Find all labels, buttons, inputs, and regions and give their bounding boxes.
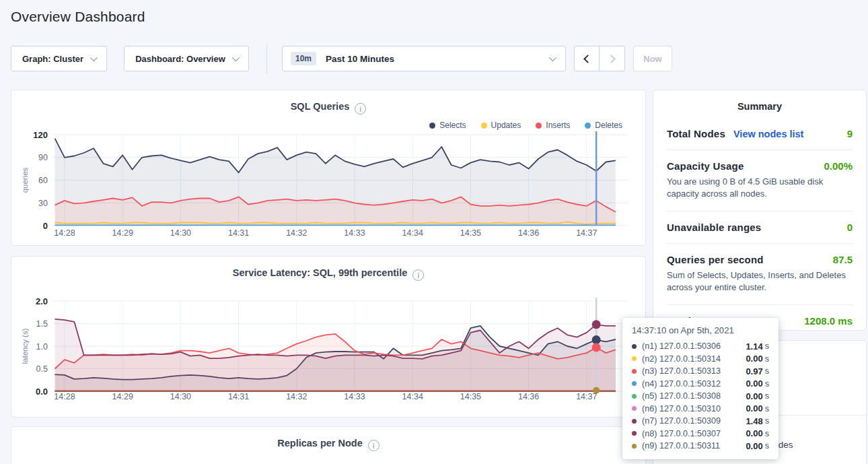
charts-column: SQL Queriesi SelectsUpdatesInsertsDelete… [11,90,646,464]
svg-text:1.5: 1.5 [36,319,48,329]
svg-text:0.0: 0.0 [36,387,48,397]
tooltip-row: (n2) 127.0.0.1:503140.00s [632,353,769,366]
chart-title: Replicas per Nodei [11,438,645,451]
tooltip-node-unit: s [765,404,769,413]
series-dot-icon [632,356,637,361]
svg-text:14:28: 14:28 [54,228,75,238]
tooltip-node-label: (n9) 127.0.0.1:50311 [642,441,746,451]
tooltip-node-unit: s [765,391,769,401]
svg-text:14:31: 14:31 [228,392,249,401]
time-range-selector[interactable]: 10m Past 10 Minutes [282,46,566,71]
chevron-down-icon [232,54,240,61]
chevron-left-icon [583,55,592,63]
series-dot-icon [632,419,637,424]
divider [667,304,853,305]
unavailable-ranges-value: 0 [847,222,853,233]
view-nodes-link[interactable]: View nodes list [733,129,804,139]
tooltip-node-value: 0.00 [746,354,762,364]
queries-per-second-value: 87.5 [833,254,853,265]
svg-text:latency (s): latency (s) [21,328,29,364]
divider [667,150,853,150]
svg-text:1.0: 1.0 [36,342,48,352]
tooltip-row: (n3) 127.0.0.1:503130.97s [632,365,769,378]
queries-per-second-description: Sum of Selects, Updates, Inserts, and De… [667,269,853,294]
svg-text:14:30: 14:30 [170,228,191,238]
tooltip-timestamp: 14:37:10 on Apr 5th, 2021 [632,325,769,335]
tooltip-node-label: (n6) 127.0.0.1:50310 [642,404,746,413]
time-range-label: Past 10 Minutes [326,54,394,64]
svg-text:14:33: 14:33 [344,392,365,401]
tooltip-row: (n6) 127.0.0.1:503100.00s [632,403,769,416]
tooltip-node-unit: s [765,416,769,426]
capacity-usage-value: 0.00% [824,160,853,172]
time-prev-button[interactable] [574,46,600,71]
tooltip-row: (n8) 127.0.0.1:503070.00s [632,428,769,440]
service-latency-chart[interactable]: 0.00.51.01.52.014:2814:2914:3014:3114:32… [11,257,646,418]
svg-text:120: 120 [33,130,48,140]
time-range-badge: 10m [291,52,316,65]
unavailable-ranges-row: Unavailable ranges 0 [667,222,853,233]
graph-dropdown-label: Graph: Cluster [22,54,83,64]
tooltip-node-value: 0.97 [746,366,762,376]
svg-text:14:34: 14:34 [402,392,423,401]
svg-text:14:36: 14:36 [518,228,539,238]
chevron-right-icon [607,55,616,63]
svg-text:2.0: 2.0 [36,296,48,306]
svg-text:14:28: 14:28 [54,392,75,401]
info-icon[interactable]: i [368,440,379,451]
summary-title: Summary [667,101,853,112]
tooltip-node-value: 1.14 [746,341,762,352]
tooltip-row: (n9) 127.0.0.1:503110.00s [632,440,769,453]
series-dot-icon [632,444,637,449]
tooltip-node-value: 0.00 [746,428,762,438]
tooltip-node-unit: s [765,366,769,376]
time-nav-group [574,46,625,71]
p99-latency-value: 1208.0 ms [804,315,853,327]
capacity-usage-description: You are using 0 B of 4.5 GiB usable disk… [667,176,853,201]
tooltip-node-unit: s [765,354,769,364]
tooltip-row: (n5) 127.0.0.1:503080.00s [632,390,769,403]
svg-text:14:32: 14:32 [286,392,307,401]
toolbar-divider [266,44,267,73]
tooltip-node-label: (n5) 127.0.0.1:50308 [642,391,746,401]
series-dot-icon [632,381,637,386]
capacity-usage-label: Capacity Usage [667,160,744,172]
graph-dropdown[interactable]: Graph: Cluster [11,46,107,71]
svg-text:14:29: 14:29 [112,392,133,401]
svg-text:14:37: 14:37 [576,392,597,401]
tooltip-rows: (n1) 127.0.0.1:503061.14s(n2) 127.0.0.1:… [632,340,769,453]
chevron-down-icon [549,54,556,61]
sql-queries-chart[interactable]: 030609012014:2814:2914:3014:3114:3214:33… [11,90,646,246]
svg-text:60: 60 [38,176,48,185]
divider [667,211,853,211]
tooltip-node-label: (n1) 127.0.0.1:50306 [642,341,746,351]
series-dot-icon [632,431,637,436]
queries-per-second-label: Queries per second [667,254,764,265]
replicas-per-node-chart-card: Replicas per Nodei [11,426,646,464]
svg-text:14:30: 14:30 [170,392,191,401]
now-button[interactable]: Now [633,46,672,71]
svg-text:queries: queries [21,167,29,193]
tooltip-node-label: (n2) 127.0.0.1:50314 [642,354,746,364]
tooltip-node-label: (n7) 127.0.0.1:50309 [642,416,746,426]
svg-text:0.5: 0.5 [36,364,48,374]
tooltip-node-value: 1.48 [746,416,762,426]
series-dot-icon [632,369,637,374]
tooltip-node-label: (n3) 127.0.0.1:50313 [642,366,746,376]
dashboard-dropdown[interactable]: Dashboard: Overview [124,46,249,71]
tooltip-node-unit: s [765,429,769,438]
capacity-usage-row: Capacity Usage 0.00% [667,160,853,172]
tooltip-node-value: 0.00 [746,441,762,451]
total-nodes-label: Total Nodes [667,128,725,139]
overview-dashboard-page: Overview Dashboard Graph: Cluster Dashbo… [0,0,868,464]
svg-text:14:31: 14:31 [228,228,249,238]
svg-text:14:35: 14:35 [460,228,481,238]
tooltip-node-value: 0.00 [746,378,762,389]
svg-text:0: 0 [43,221,48,231]
chevron-down-icon [90,54,98,61]
svg-text:14:32: 14:32 [286,228,307,238]
tooltip-row: (n4) 127.0.0.1:503120.00s [632,378,769,391]
tooltip-node-unit: s [765,341,769,351]
time-next-button[interactable] [600,46,625,71]
service-latency-chart-card: Service Latency: SQL, 99th percentilei 0… [11,256,646,418]
